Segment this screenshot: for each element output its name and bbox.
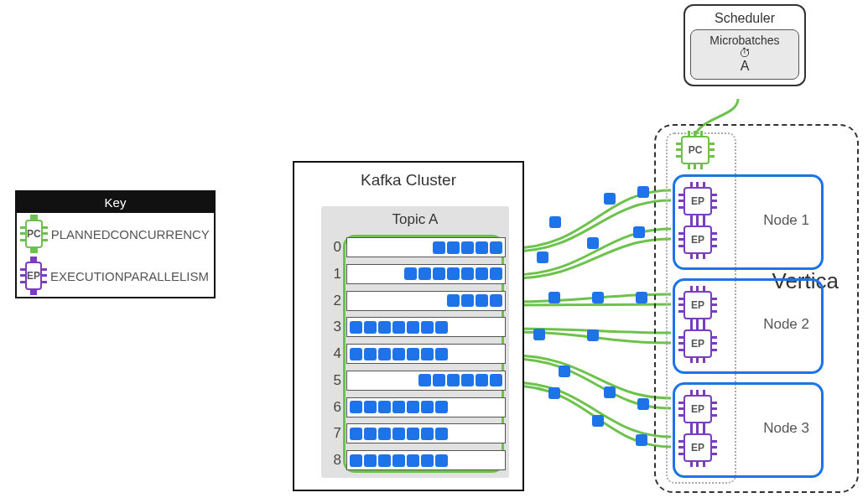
message-square — [378, 428, 391, 440]
clock-icon: ⏱ — [694, 47, 795, 59]
partition-index: 6 — [328, 399, 341, 416]
stream-message — [592, 415, 604, 427]
stream-message — [587, 237, 599, 249]
stream-message — [592, 292, 604, 303]
partition-index: 0 — [328, 239, 341, 256]
message-square — [490, 294, 502, 307]
kafka-title: Kafka Cluster — [294, 171, 522, 189]
stream-message — [587, 329, 599, 341]
message-square — [350, 348, 362, 360]
partition-index: 7 — [328, 425, 341, 442]
stream-message — [537, 252, 548, 263]
message-square — [433, 241, 445, 254]
message-square — [378, 454, 391, 467]
ep-chip-icon: EP — [683, 226, 712, 254]
kafka-topic: Topic A 012345678 — [321, 206, 509, 478]
message-square — [435, 321, 448, 334]
pc-chip: PC — [681, 136, 706, 161]
ep-chip-icon: EP — [683, 329, 712, 358]
partition-slot — [346, 423, 506, 443]
kafka-cluster: Kafka Cluster Topic A 012345678 — [293, 161, 524, 491]
message-square — [392, 401, 405, 413]
legend-pc-label: PLANNEDCONCURRENCY — [51, 227, 210, 241]
pc-chip-text: PC — [689, 144, 703, 156]
message-square — [350, 454, 362, 467]
topic-title: Topic A — [321, 206, 509, 233]
node-label: Node 3 — [763, 420, 809, 437]
partition-row: 6 — [328, 397, 506, 418]
partition-row: 8 — [328, 449, 506, 471]
message-square — [461, 267, 474, 280]
message-square — [364, 454, 377, 467]
message-square — [350, 401, 362, 413]
partition-row: 7 — [328, 423, 506, 444]
stream-message — [548, 387, 560, 399]
scheduler-title: Scheduler — [690, 11, 799, 26]
stream-message — [636, 434, 647, 446]
message-square — [461, 241, 474, 254]
partition-index: 1 — [328, 266, 341, 283]
message-square — [435, 401, 448, 413]
vertica-node-1: Node 1 EP EP — [673, 174, 824, 270]
scheduler-box: Scheduler Microbatches ⏱ A — [683, 4, 806, 86]
message-square — [378, 321, 391, 334]
stream-message — [637, 398, 649, 410]
message-square — [421, 401, 434, 413]
message-square — [364, 321, 377, 334]
partition-row: 4 — [328, 343, 506, 365]
message-square — [407, 401, 419, 413]
vertica-cluster: Vertica PC Node 1 EP EP Node 2 EP EP Nod… — [654, 124, 859, 493]
microbatch-name: A — [694, 59, 795, 74]
message-square — [364, 401, 377, 413]
message-square — [378, 401, 391, 413]
message-square — [435, 454, 448, 467]
partition-row: 3 — [328, 316, 506, 338]
stream-message — [633, 226, 645, 238]
node-label: Node 2 — [763, 316, 809, 333]
message-square — [461, 374, 474, 386]
partition-index: 8 — [328, 452, 341, 469]
message-square — [421, 428, 434, 440]
message-square — [421, 348, 434, 360]
message-square — [392, 454, 405, 467]
stream-message — [559, 366, 570, 377]
partition-row: 5 — [328, 370, 506, 392]
partition-slot — [346, 371, 506, 391]
message-square — [392, 321, 405, 334]
message-square — [378, 348, 391, 360]
partition-index: 2 — [328, 293, 341, 309]
message-square — [447, 267, 460, 280]
message-square — [447, 294, 460, 307]
vertica-node-2: Node 2 EP EP — [673, 278, 824, 374]
message-square — [392, 348, 405, 360]
partition-index: 4 — [328, 345, 341, 362]
ep-chip-icon: EP — [683, 291, 712, 319]
message-square — [350, 321, 362, 334]
partition-slot — [346, 264, 506, 284]
ep-chip-icon: EP — [683, 395, 712, 423]
stream-message — [548, 292, 560, 303]
partition-slot — [346, 317, 506, 337]
microbatches-box: Microbatches ⏱ A — [690, 29, 799, 80]
architecture-diagram: Key PC PLANNEDCONCURRENCY EP EXECUTIONPA… — [0, 0, 868, 503]
message-square — [421, 321, 434, 334]
node-label: Node 1 — [763, 212, 809, 229]
message-square — [447, 241, 460, 254]
message-square — [435, 348, 448, 360]
partition-index: 5 — [328, 372, 341, 389]
ep-chip-text: EP — [27, 270, 40, 282]
message-square — [421, 454, 434, 467]
microbatches-label: Microbatches — [694, 34, 795, 47]
stream-message — [637, 186, 649, 198]
message-square — [407, 348, 419, 360]
message-square — [418, 374, 431, 386]
stream-message — [604, 386, 616, 398]
pc-chip-text: PC — [27, 228, 41, 240]
message-square — [476, 241, 488, 254]
message-square — [461, 294, 474, 307]
message-square — [364, 428, 377, 440]
partition-slot — [346, 344, 506, 364]
message-square — [350, 428, 362, 440]
message-square — [407, 454, 419, 467]
message-square — [407, 428, 419, 440]
